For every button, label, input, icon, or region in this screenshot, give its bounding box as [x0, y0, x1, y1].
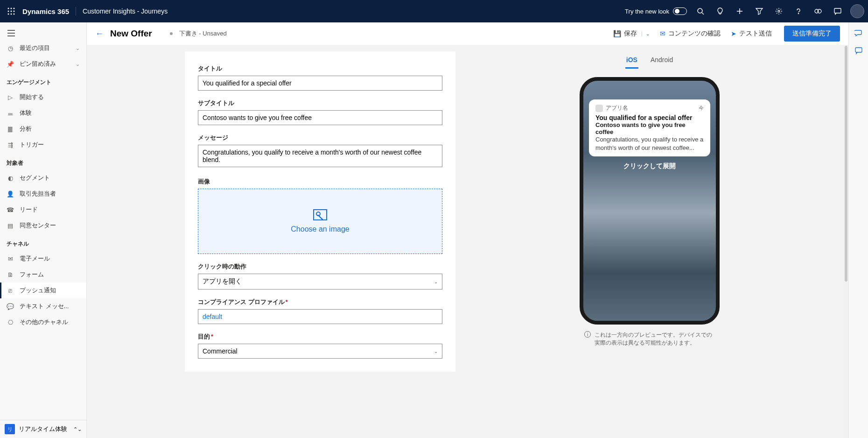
tab-android[interactable]: Android	[650, 52, 674, 69]
svg-point-8	[14, 14, 15, 15]
ready-to-send-button[interactable]: 送信準備完了	[784, 26, 840, 42]
sidebar-item-start[interactable]: ▷開始する	[0, 89, 86, 105]
sidebar-section-engagement: エンゲージメント	[0, 72, 86, 89]
select-value: Commercial	[203, 347, 238, 355]
sidebar-item-pinned[interactable]: 📌ピン留め済み⌄	[0, 56, 86, 72]
send-icon: ➤	[731, 30, 736, 37]
sms-icon: 💬	[7, 303, 14, 310]
svg-point-7	[11, 14, 12, 15]
sidebar-item-label: 同意センター	[20, 221, 56, 230]
preview-message: Congratulations, you qualify to receive …	[595, 135, 704, 152]
app-launcher-icon[interactable]	[4, 4, 19, 19]
svg-point-14	[778, 10, 780, 12]
scrollbar[interactable]	[844, 45, 848, 438]
svg-point-1	[11, 8, 12, 9]
sidebar-item-label: ピン留め済み	[20, 60, 56, 68]
sidebar-item-label: テキスト メッセ...	[20, 302, 69, 311]
subtitle-input[interactable]	[198, 110, 442, 125]
sidebar-item-consent[interactable]: ▤同意センター	[0, 218, 86, 233]
field-label-image: 画像	[198, 177, 442, 186]
svg-point-15	[798, 13, 798, 14]
notification-preview[interactable]: アプリ名 今 You qualified for a special offer…	[589, 99, 710, 156]
preview-disclaimer: i これは一方向のプレビューです。デバイスでの実際の表示は異なる可能性があります…	[584, 331, 715, 347]
page-command-bar: ← New Offer 下書き - Unsaved 💾保存⌄ ✉コンテンツの確認…	[87, 22, 848, 45]
svg-point-0	[8, 8, 9, 9]
help-icon[interactable]	[789, 0, 808, 22]
copilot-icon[interactable]	[853, 27, 864, 38]
check-content-button[interactable]: ✉コンテンツの確認	[658, 27, 722, 41]
sidebar-item-label: 電子メール	[20, 254, 50, 263]
chevron-down-icon[interactable]: ⌄	[642, 31, 650, 36]
sidebar-item-leads[interactable]: ☎リード	[0, 202, 86, 218]
chat-icon[interactable]	[828, 0, 847, 22]
sidebar-item-text[interactable]: 💬テキスト メッセ...	[0, 298, 86, 314]
sidebar-item-contacts[interactable]: 👤取引先担当者	[0, 186, 86, 202]
sidebar-item-experience[interactable]: ⅏体験	[0, 105, 86, 121]
sidebar-toggle-icon[interactable]	[0, 26, 86, 40]
compliance-lookup[interactable]: default	[198, 309, 442, 324]
image-dropzone[interactable]: Choose an image	[198, 189, 442, 254]
sidebar-item-segments[interactable]: ◐セグメント	[0, 170, 86, 186]
device-preview-panel: iOS Android アプリ名 今 You qualified for a s…	[455, 45, 844, 438]
save-button[interactable]: 💾保存⌄	[611, 27, 651, 41]
user-avatar[interactable]	[850, 4, 864, 18]
add-icon[interactable]	[730, 0, 749, 22]
preview-subtitle: Contoso wants to give you free coffee	[595, 121, 704, 135]
status-label: 下書き - Unsaved	[179, 29, 227, 38]
back-button[interactable]: ←	[95, 29, 104, 39]
toggle-switch-icon[interactable]	[673, 7, 687, 15]
app-name-label: アプリ名	[606, 104, 628, 112]
top-navigation-bar: Dynamics 365 Customer Insights - Journey…	[0, 0, 868, 22]
svg-point-3	[8, 11, 9, 12]
sidebar-item-emails[interactable]: ✉電子メール	[0, 251, 86, 267]
device-tabs: iOS Android	[625, 52, 674, 69]
enhance-icon[interactable]	[808, 0, 828, 22]
chevron-down-icon: ⌄	[434, 279, 438, 284]
lead-icon: ☎	[7, 206, 14, 213]
sidebar-item-label: 体験	[20, 109, 32, 117]
expand-label[interactable]: クリックして展開	[583, 162, 716, 170]
form-icon: 🗎	[7, 271, 14, 278]
save-icon: 💾	[613, 30, 621, 37]
sidebar-item-label: フォーム	[20, 270, 44, 279]
clock-icon: ◷	[7, 44, 14, 52]
sidebar-item-other[interactable]: ⎔その他のチャネル	[0, 314, 86, 330]
play-icon: ▷	[7, 93, 14, 101]
consent-icon: ▤	[7, 222, 14, 229]
field-label-compliance: コンプライアンス プロファイル*	[198, 298, 442, 306]
svg-point-17	[818, 9, 821, 13]
tab-ios[interactable]: iOS	[625, 52, 638, 69]
message-input[interactable]: Congratulations, you qualify to receive …	[198, 145, 442, 167]
filter-icon[interactable]	[749, 0, 769, 22]
sidebar-item-push[interactable]: ⎚プッシュ通知	[0, 283, 86, 298]
action-label: テスト送信	[739, 29, 772, 38]
sidebar-item-forms[interactable]: 🗎フォーム	[0, 267, 86, 283]
teams-chat-icon[interactable]	[853, 45, 864, 56]
pin-icon: 📌	[7, 60, 14, 68]
svg-point-4	[11, 11, 12, 12]
chevron-down-icon: ⌄	[76, 45, 80, 51]
new-look-toggle[interactable]: Try the new look	[625, 7, 687, 15]
push-form-card: タイトル サブタイトル メッセージ Congratulations, you q…	[185, 51, 455, 372]
onclick-select[interactable]: アプリを開く⌄	[198, 274, 442, 290]
sidebar-area-switcher[interactable]: リ リアルタイム体験 ⌃⌄	[0, 420, 86, 438]
area-label: リアルタイム体験	[19, 425, 67, 433]
title-input[interactable]	[198, 76, 442, 91]
search-icon[interactable]	[691, 0, 710, 22]
journey-icon: ⅏	[7, 109, 14, 117]
lightbulb-icon[interactable]	[710, 0, 730, 22]
sidebar-item-triggers[interactable]: ⇶トリガー	[0, 137, 86, 153]
sidebar-item-analytics[interactable]: ䷀分析	[0, 121, 86, 137]
sidebar-item-recent[interactable]: ◷最近の項目⌄	[0, 40, 86, 56]
settings-icon[interactable]	[769, 0, 789, 22]
divider	[76, 7, 76, 15]
purpose-select[interactable]: Commercial⌄	[198, 344, 442, 359]
test-send-button[interactable]: ➤テスト送信	[729, 27, 774, 41]
chevron-down-icon: ⌄	[434, 349, 438, 354]
select-value: アプリを開く	[203, 277, 242, 286]
new-look-label: Try the new look	[625, 8, 669, 15]
sidebar-item-label: 開始する	[20, 93, 44, 101]
phone-mockup: アプリ名 今 You qualified for a special offer…	[580, 77, 720, 325]
image-placeholder-icon	[313, 209, 327, 220]
sidebar-item-label: トリガー	[20, 141, 44, 149]
